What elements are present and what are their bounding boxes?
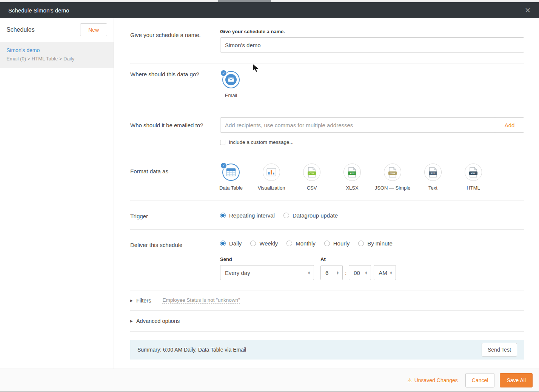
visualization-icon bbox=[266, 168, 276, 176]
custom-message-checkbox[interactable] bbox=[220, 140, 225, 145]
selected-check-badge: ✓ bbox=[220, 162, 227, 169]
schedule-summary-bar: Summary: 6:00 AM Daily, Data Table via E… bbox=[130, 340, 524, 360]
json-file-icon: JSON bbox=[388, 167, 397, 177]
at-label: At bbox=[320, 256, 396, 262]
xlsx-file-icon: XLSX bbox=[348, 167, 357, 177]
svg-text:XLSX: XLSX bbox=[350, 173, 355, 174]
radio-selected-icon[interactable] bbox=[220, 241, 226, 246]
name-field-label: Give your schedule a name. bbox=[220, 29, 524, 34]
destination-option-email[interactable]: ✓ Email bbox=[220, 71, 242, 98]
meridiem-select[interactable]: AM ▲▼ bbox=[374, 265, 396, 280]
radio-icon[interactable] bbox=[286, 241, 292, 246]
caret-right-icon: ▶ bbox=[130, 299, 133, 302]
schedule-form: Give your schedule a name. Give your sch… bbox=[114, 18, 539, 369]
deliver-option-by-minute[interactable]: By minute bbox=[358, 240, 393, 247]
send-frequency-select[interactable]: Every day ▲▼ bbox=[220, 265, 314, 280]
section-destination: Where should this data go? ✓ bbox=[130, 63, 524, 109]
destination-option-label: Email bbox=[225, 93, 237, 98]
select-arrows-icon: ▲▼ bbox=[308, 271, 310, 275]
add-recipient-button[interactable]: Add bbox=[495, 117, 524, 133]
svg-text:HTML: HTML bbox=[471, 173, 476, 174]
select-arrows-icon: ▲▼ bbox=[390, 271, 392, 275]
selected-check-badge: ✓ bbox=[220, 69, 227, 77]
section-trigger: Trigger Repeating interval Datagroup upd… bbox=[130, 201, 524, 230]
schedule-item-meta: Email (0) > HTML Table > Daily bbox=[6, 56, 107, 62]
email-icon bbox=[225, 74, 237, 85]
close-icon[interactable]: ✕ bbox=[525, 7, 531, 14]
radio-icon[interactable] bbox=[358, 241, 364, 246]
deliver-option-daily[interactable]: Daily bbox=[220, 240, 242, 247]
caret-right-icon: ▶ bbox=[130, 319, 133, 323]
deliver-option-monthly[interactable]: Monthly bbox=[286, 240, 316, 247]
section-name-label: Give your schedule a name. bbox=[130, 29, 220, 52]
txt-file-icon: TXT bbox=[428, 167, 437, 177]
sidebar-heading: Schedules bbox=[6, 26, 35, 33]
section-format-label: Format data as bbox=[130, 164, 220, 191]
unsaved-changes-label: Unsaved Changes bbox=[414, 377, 458, 383]
section-deliver-label: Deliver this schedule bbox=[130, 240, 220, 280]
modal-header: Schedule Simon's demo ✕ bbox=[0, 2, 539, 18]
minute-select[interactable]: 00 ▲▼ bbox=[349, 265, 371, 280]
svg-text:TXT: TXT bbox=[431, 172, 435, 174]
schedules-sidebar: Schedules New Simon's demo Email (0) > H… bbox=[0, 18, 114, 369]
select-arrows-icon: ▲▼ bbox=[365, 271, 367, 275]
radio-icon[interactable] bbox=[324, 241, 330, 246]
select-arrows-icon: ▲▼ bbox=[337, 271, 339, 275]
recipients-input[interactable] bbox=[220, 117, 495, 133]
section-recipients: Who should it be emailed to? Add Include… bbox=[130, 109, 524, 155]
filters-label: Filters bbox=[136, 298, 151, 304]
format-option-text[interactable]: TXT Text bbox=[422, 164, 444, 191]
html-file-icon: HTML bbox=[469, 167, 478, 177]
custom-message-toggle[interactable]: Include a custom message... bbox=[220, 139, 524, 145]
schedule-summary-text: Summary: 6:00 AM Daily, Data Table via E… bbox=[137, 347, 246, 353]
radio-icon[interactable] bbox=[250, 241, 256, 246]
schedule-modal: Schedule Simon's demo ✕ Schedules New Si… bbox=[0, 2, 539, 391]
deliver-option-hourly[interactable]: Hourly bbox=[324, 240, 350, 247]
format-option-xlsx[interactable]: XLSX XLSX bbox=[341, 164, 363, 191]
custom-message-label: Include a custom message... bbox=[229, 139, 294, 145]
section-recipients-label: Who should it be emailed to? bbox=[130, 117, 220, 145]
deliver-option-weekly[interactable]: Weekly bbox=[250, 240, 278, 247]
format-option-visualization[interactable]: Visualization bbox=[260, 164, 282, 191]
csv-file-icon: CSV bbox=[307, 167, 316, 177]
radio-selected-icon[interactable] bbox=[220, 213, 226, 218]
hour-select[interactable]: 6 ▲▼ bbox=[320, 265, 343, 280]
svg-text:CSV: CSV bbox=[310, 172, 314, 174]
advanced-options-expander[interactable]: ▶ Advanced options bbox=[130, 311, 524, 332]
svg-text:JSON: JSON bbox=[390, 173, 395, 174]
trigger-option-repeating-interval[interactable]: Repeating interval bbox=[220, 212, 275, 219]
filters-summary: Employee Status is not "unknown" bbox=[162, 297, 240, 304]
unsaved-changes-indicator: ⚠ Unsaved Changes bbox=[407, 377, 458, 383]
section-deliver: Deliver this schedule Daily Weekly bbox=[130, 230, 524, 290]
modal-footer: ⚠ Unsaved Changes Cancel Save All bbox=[0, 369, 539, 391]
warning-icon: ⚠ bbox=[407, 377, 412, 383]
send-test-button[interactable]: Send Test bbox=[482, 343, 517, 357]
filters-expander[interactable]: ▶ Filters Employee Status is not "unknow… bbox=[130, 290, 524, 311]
send-label: Send bbox=[220, 256, 314, 262]
advanced-options-label: Advanced options bbox=[136, 318, 180, 324]
trigger-option-datagroup-update[interactable]: Datagroup update bbox=[283, 212, 338, 219]
save-all-button[interactable]: Save All bbox=[500, 373, 533, 387]
radio-icon[interactable] bbox=[283, 213, 289, 218]
schedule-name-input[interactable] bbox=[220, 37, 524, 52]
section-destination-label: Where should this data go? bbox=[130, 71, 220, 98]
modal-title: Schedule Simon's demo bbox=[8, 7, 69, 14]
section-format: Format data as ✓ bbox=[130, 155, 524, 201]
data-table-icon bbox=[226, 168, 236, 176]
section-name: Give your schedule a name. Give your sch… bbox=[130, 18, 524, 63]
format-option-data-table[interactable]: ✓ Data Table bbox=[220, 164, 242, 191]
schedule-list-item[interactable]: Simon's demo Email (0) > HTML Table > Da… bbox=[0, 42, 114, 68]
format-option-html[interactable]: HTML HTML bbox=[462, 164, 484, 191]
cancel-button[interactable]: Cancel bbox=[465, 373, 495, 387]
schedule-item-name[interactable]: Simon's demo bbox=[6, 47, 107, 53]
format-option-json-simple[interactable]: JSON JSON — Simple bbox=[382, 164, 403, 191]
format-option-csv[interactable]: CSV CSV bbox=[301, 164, 323, 191]
time-separator: : bbox=[345, 270, 346, 276]
new-schedule-button[interactable]: New bbox=[80, 23, 107, 36]
section-trigger-label: Trigger bbox=[130, 212, 220, 219]
